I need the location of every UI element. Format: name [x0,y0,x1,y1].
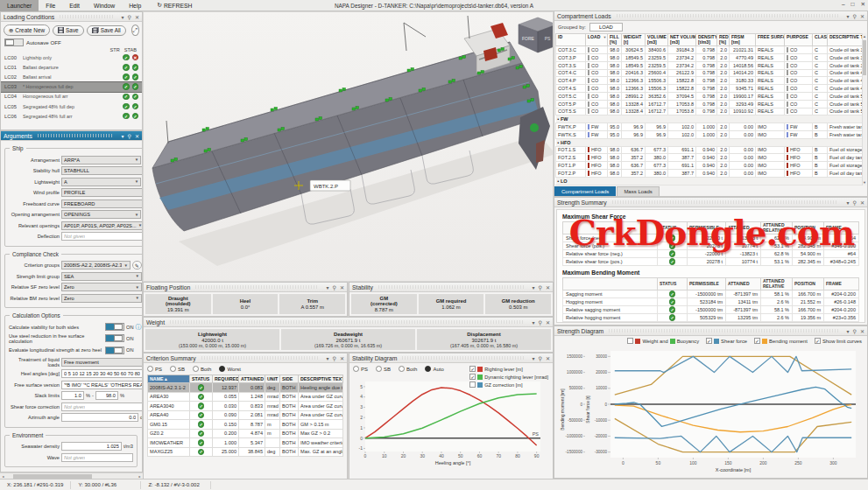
column-header[interactable]: STATUS [190,375,213,383]
lc-item-lc00[interactable]: LC00Lightship only✓✕ [1,52,142,62]
lc-item-lc06[interactable]: LC06Segregated 48% full arr✓✓ [1,111,142,121]
table-row[interactable]: COT.3.PCO98.018549.523259.523734.20.7982… [556,53,864,61]
close-icon[interactable]: ✕ [546,355,550,361]
close-icon[interactable]: ✕ [340,355,344,361]
panel-menu-icon[interactable]: ▾ [533,284,535,290]
table-row[interactable]: Relative hogging moment✓505329 tm13295 t… [563,314,859,322]
create-new-button[interactable]: ⊕ Create New [4,24,50,36]
input-seawater-density[interactable]: 1.025 [61,442,122,451]
table-row[interactable]: COT.4.CCO98.020416.325600.426122.90.7982… [556,69,864,77]
pin-icon[interactable]: ⚲ [128,133,131,139]
input-free-surface-version[interactable]: '*B IMO' '*C REALS' 'OTHERS REAL [61,381,142,389]
table-row[interactable]: COT.3.CCO98.030624.538400.639184.30.7982… [556,46,864,54]
dropdown-treatment-of-liquid-loads[interactable]: Free movement▼ [61,358,142,367]
table-row[interactable]: COT.3.SCO98.018549.523259.523734.20.7982… [556,61,864,69]
panel-menu-icon[interactable]: ▾ [847,200,850,206]
table-row[interactable]: COT.5.PCO98.013328.416712.717053.80.7982… [556,100,864,108]
panel-menu-icon[interactable]: ▾ [122,14,124,20]
dropdown-lightweight[interactable]: A▼ [61,178,141,186]
radio-ps[interactable]: PS [147,366,162,372]
stability-diagram-titlebar[interactable]: Stability Diagram ▾ ⚲ ✕ [349,354,553,363]
table-row[interactable]: COT.4.PCO98.012366.315506.315822.80.7982… [556,77,864,85]
minimize-icon[interactable]: – [842,1,845,8]
loading-conditions-titlebar[interactable]: Loading Conditions ▾ ⚲ ✕ [1,12,142,22]
toggle-calculate-stability-for-both-sides[interactable] [105,323,124,331]
radio-worst[interactable]: Worst [219,366,241,372]
checkbox-icon[interactable]: ✓ [815,338,821,344]
table-row[interactable]: MAXGZ25✓25.00038.845degBOTHMax. GZ at an… [148,447,343,457]
drag-grip[interactable] [60,15,112,18]
pin-icon[interactable]: ⚲ [539,319,542,326]
lc-item-lc05[interactable]: LC05Segregated 48% full dep✓✓ [1,102,142,111]
checkbox-icon[interactable]: ✓ [469,374,476,380]
column-header[interactable]: FRSM[tm] [730,34,756,46]
pin-icon[interactable]: ⚲ [128,14,131,20]
table-row[interactable]: Relative shear force (pos.)✓20278 t10774… [563,258,859,266]
criterion-summary-titlebar[interactable]: Criterion Summary ▾ ⚲ ✕ [144,354,347,363]
group-row-fw[interactable]: ▪ FW [556,116,864,123]
column-header[interactable]: WEIGHT[t] [622,34,646,46]
toggle-use-steel-reduction-in-free-surface-calculation[interactable] [105,334,124,342]
table-row[interactable]: FOT.1.SHFO98.0636.7677.3691.10.9402.00.0… [556,146,864,154]
table-row[interactable]: COT.4.SCO98.012366.315506.315822.80.7982… [556,85,864,93]
filter-icon[interactable]: ▼ [602,35,606,39]
stability-titlebar[interactable]: Stability ▾ ⚲ ✕ [349,283,553,292]
table-row[interactable]: FOT.2.SHFO98.0357.2380.0387.70.9402.00.0… [556,154,864,162]
slack-min-input[interactable]: 1.0 [61,391,84,400]
pin-icon[interactable]: ⚲ [853,200,857,206]
pin-icon[interactable]: ⚲ [333,355,336,361]
expand-icon[interactable]: ⤢ [131,24,139,36]
table-row[interactable]: Relative sagging moment✓-1500000 tm-8713… [563,306,859,314]
arguments-titlebar[interactable]: Arguments ▾ ⚲ ✕ [1,131,142,141]
dropdown-freeboard-curve[interactable]: FREEBOARD▼ [61,200,142,208]
table-row[interactable]: Relative shear force (neg.)✓-22000 t-138… [563,250,859,258]
column-header[interactable]: NAME ▴ [148,375,190,383]
dropdown-criterion-groups[interactable]: 2008IS-A2.2, 2008IS-A2.3▼ [61,261,131,270]
table-row[interactable]: FOT.1.PHFO98.0636.7677.3691.10.9402.00.0… [556,162,864,170]
save-button[interactable]: Save [53,25,84,36]
drag-grip[interactable] [38,134,113,137]
column-header[interactable]: VOLUME[m3] [646,34,668,46]
menu-window[interactable]: Window [87,0,122,11]
table-row[interactable]: Shear force (neg.)✓-22000 t-13823 t62.8 … [563,234,859,242]
lc-item-lc01[interactable]: LC01Ballast departure✓✓ [1,62,142,72]
dropdown-relative-sf-zero-level[interactable]: Zero▼ [61,283,142,291]
group-row-lo[interactable]: ▪ LO [556,177,864,185]
autosave-toggle[interactable] [4,38,24,46]
lc-item-lc04[interactable]: LC04Homogeneous full arr✓✓ [1,92,142,102]
table-row[interactable]: 2008IS-A2.3.1-2✓12.9370.083degBOTHHeelin… [148,383,343,393]
panel-menu-icon[interactable]: ▾ [847,13,850,19]
close-icon[interactable]: ✕ [135,14,139,20]
checkbox-icon[interactable] [627,338,633,344]
table-row[interactable]: COT.5.SCO98.013328.416712.717053.80.7982… [556,108,864,116]
input-shear-force-correction[interactable]: Not given [61,402,142,411]
floating-position-titlebar[interactable]: Floating Position ▾ ⚲ ✕ [144,283,347,292]
lc-item-lc02[interactable]: LC02Ballast arrival✓✓ [1,72,142,81]
radio-auto[interactable]: Auto [425,366,443,372]
column-header[interactable]: SIDE [280,375,299,383]
table-row[interactable]: GM0.15✓0.1508.787mBOTHGM > 0.15 m [148,420,343,430]
column-header[interactable]: FREE SURFACE RULE [756,34,785,46]
panel-menu-icon[interactable]: ▾ [327,355,329,361]
column-header[interactable]: DESCRIPTIVE TEXT [828,34,864,46]
checkbox-icon[interactable]: ✓ [706,338,712,344]
close-icon[interactable]: ✕ [340,284,344,290]
grouped-by-chip[interactable]: LOAD [589,23,623,32]
checkbox-icon[interactable]: ✓ [754,338,760,344]
compartment-table-vscrollbar[interactable]: ▲ ▼ [862,33,866,186]
pin-icon[interactable]: ⚲ [853,13,857,19]
close-icon[interactable]: ✕ [860,328,864,334]
dropdown-opening-arrangement[interactable]: OPENINGS▼ [61,210,141,219]
column-header[interactable]: ATTAINED [239,375,265,383]
pin-icon[interactable]: ⚲ [333,284,336,290]
table-row[interactable]: FWTK.SFW95.096.996.9102.01.0002.00.00IMO… [556,130,864,138]
menu-file[interactable]: File [39,0,62,11]
panel-menu-icon[interactable]: ▾ [847,328,850,334]
close-icon[interactable]: ✕ [546,319,550,326]
left-horizontal-scrollbar[interactable]: ◂▸ [0,472,143,479]
column-header[interactable]: FILL[%] [608,34,622,46]
view-cube[interactable]: FORE PS [519,18,554,52]
radio-both[interactable]: Both [399,366,417,372]
weight-titlebar[interactable]: Weight ▾ ⚲ ✕ [144,318,553,327]
dropdown-arrangement[interactable]: ARR*A▼ [61,156,141,164]
